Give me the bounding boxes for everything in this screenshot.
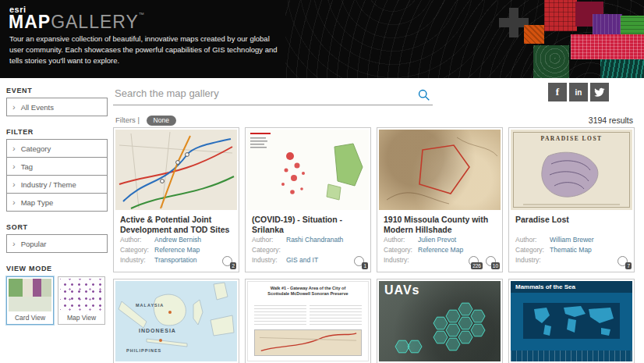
thumbnail-legend-strip [511, 351, 632, 361]
tag-filter-label: Tag [21, 162, 33, 171]
card-thumbnail-indonesia-map: MALAYSIA INDONESIA PHILIPPINES [115, 281, 237, 361]
page-header: esri MAPGALLERY™ Tour an expansive colle… [0, 0, 644, 78]
search-icon[interactable] [417, 88, 430, 101]
search-input[interactable] [113, 83, 433, 105]
card-thumbnail-mammals: Mammals of the Sea [511, 281, 632, 361]
map-card-grid: Active & Potential Joint Development and… [113, 127, 635, 363]
facebook-button[interactable]: f [548, 83, 567, 101]
card-category: Reference Map [154, 246, 200, 254]
card-category: Reference Map [418, 246, 463, 254]
title-map: MAP [9, 12, 51, 32]
sort-section-label: SORT [6, 223, 108, 231]
card-thumbnail-covid-map [247, 130, 369, 210]
comment-count-badge[interactable]: 7 [617, 256, 628, 267]
card-title: Paradise Lost [511, 210, 632, 234]
maptype-filter-dropdown[interactable]: › Map Type [6, 193, 108, 212]
title-gallery: GALLERY [51, 12, 139, 32]
card-meta: Author:William Brewer Category:Thematic … [511, 234, 632, 267]
chevron-right-icon: › [12, 180, 16, 189]
world-map-inset [523, 303, 620, 339]
page-title: MAPGALLERY™ [9, 12, 145, 33]
card-author: William Brewer [550, 236, 594, 244]
header-map-collage-art [285, 0, 644, 78]
map-card-mammals-of-the-sea[interactable]: Mammals of the Sea [508, 279, 635, 363]
card-title: (COVID-19) - Situation - Srilanka [247, 210, 369, 234]
collage-tile-darkgreen [533, 45, 569, 78]
map-card-covid-srilanka[interactable]: (COVID-19) - Situation - Srilanka Author… [245, 127, 371, 272]
map-card-missoula-hillshade[interactable]: 1910 Missoula County with Modern Hillsha… [377, 127, 503, 272]
view-count-badge[interactable]: 226 [469, 256, 479, 267]
category-filter-dropdown[interactable]: › Category [6, 139, 108, 158]
trademark-mark: ™ [139, 12, 145, 17]
tag-filter-dropdown[interactable]: › Tag [6, 157, 108, 176]
thumbnail-label-mammals: Mammals of the Sea [511, 281, 632, 293]
card-view-label: Card View [9, 311, 51, 322]
map-card-paradise-lost[interactable]: PARADISE LOST Paradise Lost Author:Willi… [508, 127, 635, 272]
filters-none-chip[interactable]: None [147, 116, 176, 126]
filter-section-label: FILTER [6, 128, 108, 136]
category-filter-label: Category [21, 144, 51, 153]
chevron-right-icon: › [12, 162, 16, 171]
comment-count-badge[interactable]: 2 [222, 256, 233, 267]
all-events-label: All Events [21, 103, 54, 112]
card-view-thumbnail [9, 279, 51, 311]
filter-sidebar: EVENT › All Events FILTER › Category › T… [6, 81, 108, 325]
collage-tile-orange [524, 25, 544, 44]
card-author: Julien Prevot [418, 236, 456, 244]
event-section-label: EVENT [6, 87, 108, 94]
doc-inset-map [254, 329, 362, 356]
linkedin-button[interactable]: in [569, 83, 588, 101]
collage-tile-redmap [571, 34, 644, 59]
card-industry: GIS and IT [286, 256, 318, 264]
view-mode-toggle: Card View Map View [6, 276, 108, 325]
header-description: Tour an expansive collection of beautifu… [9, 34, 284, 66]
map-card-tod-sites[interactable]: Active & Potential Joint Development and… [113, 127, 239, 272]
doc-text-column-left [254, 305, 307, 327]
card-view-button[interactable]: Card View [6, 276, 54, 325]
comment-count-badge[interactable]: 10 [486, 256, 497, 267]
maptype-filter-label: Map Type [21, 198, 54, 207]
card-meta: Author:Rashi Chandranath Category: Indus… [247, 234, 369, 267]
thumbnail-label-malaysia: MALAYSIA [136, 303, 164, 308]
card-title: 1910 Missoula County with Modern Hillsha… [379, 210, 501, 234]
card-title: Active & Potential Joint Development and… [115, 210, 237, 234]
sort-dropdown[interactable]: › Popular [6, 234, 108, 253]
chevron-right-icon: › [12, 144, 16, 153]
comment-count: 2 [230, 262, 236, 269]
card-thumbnail-scottsdale-doc: Walk #1 - Gateway Area of the City of Sc… [247, 281, 369, 361]
card-industry: Transportation [154, 256, 197, 264]
map-card-indonesia[interactable]: MALAYSIA INDONESIA PHILIPPINES [113, 279, 239, 363]
view-count: 226 [471, 262, 483, 269]
map-view-label: Map View [60, 311, 103, 322]
comment-count-badge[interactable]: 1 [354, 256, 365, 267]
map-card-uavs[interactable]: UAVs [377, 279, 503, 363]
industry-filter-dropdown[interactable]: › Industry / Theme [6, 175, 108, 194]
industry-filter-label: Industry / Theme [21, 180, 76, 189]
map-view-button[interactable]: Map View [58, 276, 105, 325]
filters-label: Filters | [115, 116, 140, 124]
linkedin-icon: in [575, 88, 582, 97]
twitter-button[interactable] [590, 83, 609, 101]
map-card-scottsdale-walk[interactable]: Walk #1 - Gateway Area of the City of Sc… [245, 279, 371, 363]
all-events-dropdown[interactable]: › All Events [6, 98, 108, 116]
social-share-buttons: f in [548, 83, 609, 101]
chevron-right-icon: › [12, 102, 16, 112]
chevron-right-icon: › [12, 198, 16, 207]
card-author: Andrew Bernish [154, 236, 201, 244]
view-mode-section-label: VIEW MODE [6, 265, 108, 272]
thumbnail-label-philippines: PHILIPPINES [126, 348, 161, 353]
map-view-thumbnail [60, 279, 103, 311]
collage-tile-red [544, 0, 577, 31]
comment-count: 10 [491, 262, 500, 269]
comment-count: 1 [362, 262, 368, 269]
search-bar [113, 83, 433, 105]
facebook-icon: f [556, 86, 559, 98]
card-meta: Author:Julien Prevot Category:Reference … [379, 234, 501, 267]
doc-text-column-right [310, 305, 363, 327]
sort-value: Popular [21, 240, 47, 248]
active-filters-row: Filters | None [115, 116, 176, 126]
card-thumbnail-transit-map [115, 130, 237, 210]
card-thumbnail-hillshade-map [379, 130, 501, 210]
comment-count: 7 [625, 262, 632, 269]
card-meta: Author:Andrew Bernish Category:Reference… [115, 234, 237, 267]
